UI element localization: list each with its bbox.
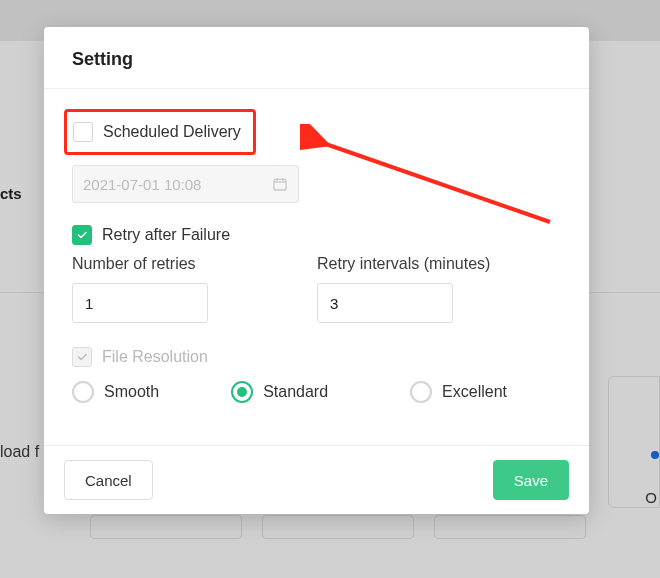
retry-interval-col: Retry intervals (minutes) 3 [317,255,532,323]
retry-interval-input[interactable]: 3 [317,283,453,323]
scheduled-delivery-checkbox[interactable] [73,122,93,142]
check-icon [76,351,88,363]
radio-icon [410,381,432,403]
modal-header: Setting [44,27,589,89]
resolution-option-standard[interactable]: Standard [231,381,328,403]
retry-row: Retry after Failure [72,225,561,245]
retry-fields: Number of retries 1 Retry intervals (min… [72,255,561,323]
settings-modal: Setting Scheduled Delivery 2021-07-01 10… [44,27,589,514]
modal-body: Scheduled Delivery 2021-07-01 10:08 Retr… [44,89,589,445]
calendar-icon [272,176,288,192]
file-resolution-checkbox [72,347,92,367]
file-resolution-options: Smooth Standard Excellent [72,381,561,403]
retry-number-label: Number of retries [72,255,287,273]
scheduled-delivery-row: Scheduled Delivery [72,109,561,155]
resolution-excellent-label: Excellent [442,383,507,401]
scheduled-delivery-highlight: Scheduled Delivery [64,109,256,155]
file-resolution-row: File Resolution [72,347,561,367]
retry-interval-label: Retry intervals (minutes) [317,255,532,273]
modal-footer: Cancel Save [44,445,589,514]
check-icon [76,229,88,241]
save-button-label: Save [514,472,548,489]
retry-label: Retry after Failure [102,226,230,244]
cancel-button[interactable]: Cancel [64,460,153,500]
resolution-option-excellent[interactable]: Excellent [410,381,507,403]
radio-icon [231,381,253,403]
svg-rect-0 [274,179,286,190]
radio-icon [72,381,94,403]
retry-number-col: Number of retries 1 [72,255,287,323]
resolution-smooth-label: Smooth [104,383,159,401]
cancel-button-label: Cancel [85,472,132,489]
retry-interval-value: 3 [330,295,338,312]
scheduled-datetime-input[interactable]: 2021-07-01 10:08 [72,165,299,203]
retry-number-input[interactable]: 1 [72,283,208,323]
resolution-option-smooth[interactable]: Smooth [72,381,159,403]
scheduled-datetime-value: 2021-07-01 10:08 [83,176,201,193]
scheduled-delivery-label: Scheduled Delivery [103,123,241,141]
file-resolution-label: File Resolution [102,348,208,366]
retry-checkbox[interactable] [72,225,92,245]
resolution-standard-label: Standard [263,383,328,401]
modal-title: Setting [72,49,561,70]
save-button[interactable]: Save [493,460,569,500]
retry-number-value: 1 [85,295,93,312]
